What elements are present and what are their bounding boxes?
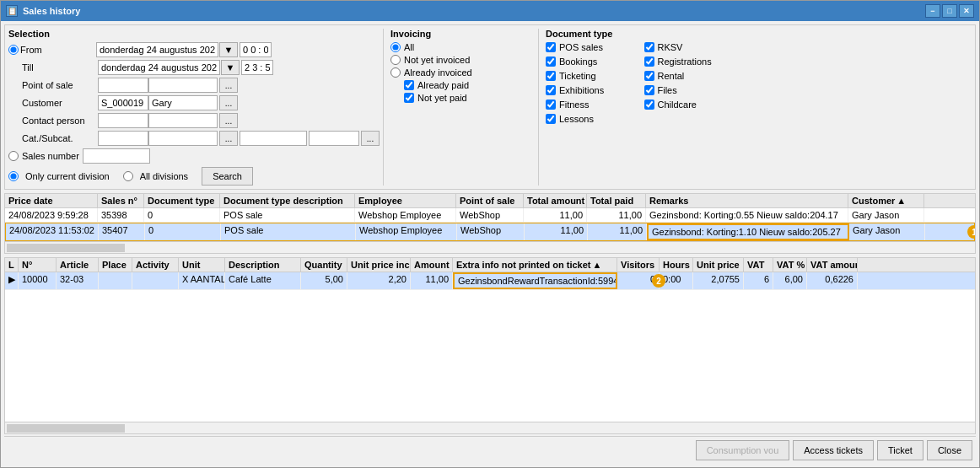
close-button[interactable]: Close [927,440,972,460]
badge-2: 2 [652,274,665,288]
restore-button[interactable]: □ [942,4,957,18]
cell-total-paid: 11,00 [587,208,646,222]
already-paid-checkbox[interactable] [404,80,414,90]
doctype-childcare: Childcare [644,100,741,110]
lessons-checkbox[interactable] [546,114,556,124]
invoicing-all-row: All [390,42,535,52]
cat-extra2-input[interactable] [309,131,359,146]
hscroll-thumb [7,244,125,252]
search-button[interactable]: Search [202,167,253,186]
childcare-checkbox[interactable] [644,100,654,110]
sales-table-row[interactable]: 24/08/2023 9:59:28 35398 0 POS sale Webs… [5,208,975,223]
inv-notyet-radio[interactable] [390,55,401,65]
sales-num-input[interactable] [83,148,150,164]
contact-name-input[interactable] [148,113,218,128]
dcol-vat-pct: VAT % [773,258,807,272]
selection-label: Selection [8,29,380,39]
cell-price-date: 24/08/2023 9:59:28 [5,208,98,222]
dcell-vat: 6 [744,272,773,289]
till-date-browse[interactable]: ▼ [221,60,240,75]
close-window-button[interactable]: ✕ [959,4,974,18]
sales-table-hscroll[interactable] [5,241,975,253]
inv-all-radio[interactable] [390,42,401,52]
ticket-button[interactable]: Ticket [877,440,923,460]
rental-label: Rental [658,71,685,81]
window-icon: 📋 [6,5,18,17]
cat-name-input[interactable] [148,131,218,146]
from-date-browse[interactable]: ▼ [219,42,238,57]
pos-row: Point of sale ... [8,78,380,93]
dcol-vat: VAT [744,258,773,272]
consumption-vou-button[interactable]: Consumption vou [696,440,790,460]
calendar-icon: ▼ [224,45,234,55]
detail-table-row[interactable]: ▶ 10000 32-03 X AANTAL Café Latte 5,00 2… [5,272,975,290]
customer-browse-btn[interactable]: ... [219,95,238,110]
title-bar: 📋 Sales history − □ ✕ [1,1,979,21]
registrations-checkbox[interactable] [644,56,654,67]
files-checkbox[interactable] [644,85,654,95]
cell-doc-type-desc: POS sale [220,208,355,222]
exhibitions-checkbox[interactable] [546,85,556,95]
inv-already-radio[interactable] [390,67,401,78]
all-divisions-label: All divisions [140,171,188,181]
detail-hscroll-thumb [7,424,125,433]
cell-customer: Gary Jason [848,208,924,222]
registrations-label: Registrations [658,56,712,67]
col-doc-type-desc: Document type description [220,194,355,207]
detail-table-hscroll[interactable] [5,422,975,433]
bookings-checkbox[interactable] [546,56,556,67]
dcell-activity [132,272,179,289]
from-radio[interactable] [8,45,19,55]
fitness-checkbox[interactable] [546,100,556,110]
col-customer: Customer ▲ [848,194,924,207]
till-time-input[interactable] [241,60,273,75]
sales-num-label: Sales number [22,151,79,161]
dcol-vat-amount: VAT amount [807,258,858,272]
dcell-description: Café Latte [225,272,301,289]
minimize-button[interactable]: − [925,4,940,18]
cat-id-input[interactable] [98,131,148,146]
contact-browse-btn[interactable]: ... [219,113,238,128]
pos-id-input[interactable] [98,78,148,93]
cat-browse-btn[interactable]: ... [219,131,238,146]
doctype-label: Document type [546,29,740,39]
rental-checkbox[interactable] [644,71,654,81]
till-date-input[interactable] [98,60,220,75]
customer-name-input[interactable] [148,95,218,110]
current-division-radio[interactable] [8,171,19,181]
pos-sales-checkbox[interactable] [546,42,556,52]
from-row: From ▼ [8,42,380,57]
doctype-rental: Rental [644,71,741,81]
doctype-pos: POS sales [546,42,643,52]
all-divisions-radio[interactable] [123,171,133,181]
contact-label: Contact person [22,116,98,126]
cell-total-amount: 11,00 [525,223,588,240]
contact-id-input[interactable] [98,113,148,128]
cell-remarks: Gezinsbond: Korting:0.55 Nieuw saldo:204… [646,208,848,222]
from-time-input[interactable] [240,42,272,57]
cell-customer: Gary Jason [849,223,925,240]
cat2-browse-btn[interactable]: ... [361,131,380,146]
division-row: Only current division All divisions Sear… [8,167,380,186]
till-row: Till ▼ [8,60,380,75]
cat-extra-input[interactable] [240,131,307,146]
dcol-amount: Amount [411,258,453,272]
invoicing-panel: Invoicing All Not yet invoiced Already i… [383,29,535,186]
dcell-l: ▶ [5,272,19,289]
from-label: From [20,45,96,55]
dcell-amount: 11,00 [411,272,453,289]
not-yet-paid-checkbox[interactable] [404,93,414,103]
customer-row: Customer ... [8,95,380,110]
sales-table-row[interactable]: 24/08/2023 11:53:02 35407 0 POS sale Web… [5,223,975,241]
access-tickets-button[interactable]: Access tickets [793,440,874,460]
sales-num-radio[interactable] [8,151,19,161]
customer-id-input[interactable] [98,95,148,110]
pos-name-input[interactable] [148,78,218,93]
from-date-input[interactable] [96,42,218,57]
dcol-extra: Extra info not printed on ticket ▲ [453,258,617,272]
rksv-checkbox[interactable] [644,42,654,52]
ticketing-checkbox[interactable] [546,71,556,81]
pos-browse-btn[interactable]: ... [219,78,238,93]
dcol-unit-price2: Unit price [693,258,744,272]
pos-sales-label: POS sales [559,42,603,52]
